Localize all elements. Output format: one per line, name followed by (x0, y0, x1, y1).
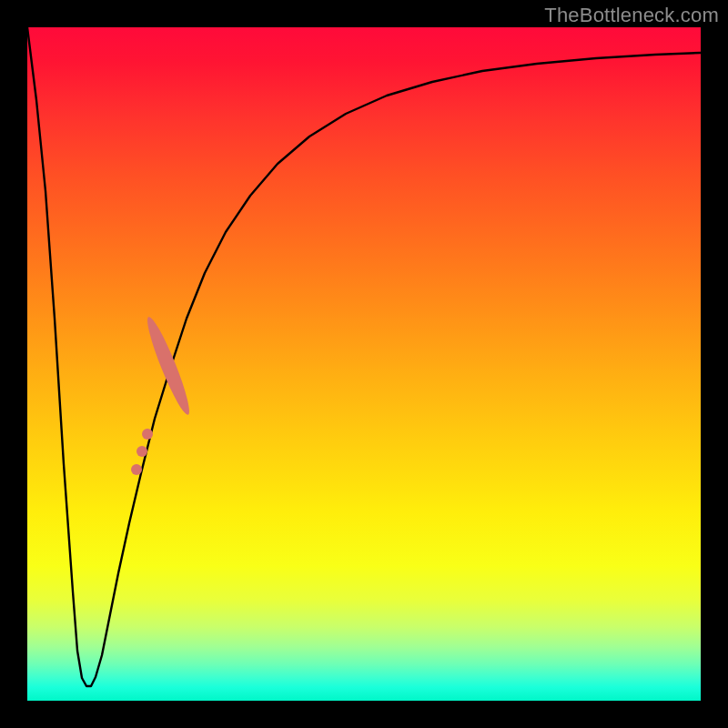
bottleneck-curve (27, 27, 701, 686)
dot-2 (136, 446, 147, 457)
chart-frame: TheBottleneck.com (0, 0, 728, 728)
plot-area (27, 27, 701, 701)
dot-1 (142, 429, 153, 440)
curve-layer (27, 27, 701, 701)
capsule-main (142, 314, 195, 418)
watermark-text: TheBottleneck.com (544, 4, 719, 27)
dot-3 (131, 464, 142, 475)
